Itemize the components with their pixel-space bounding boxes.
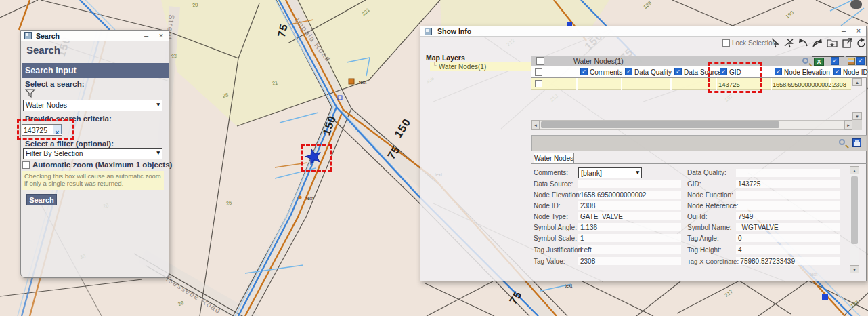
record-action-bar (531, 135, 867, 151)
table-scroll-left[interactable]: ◂ (531, 120, 540, 130)
form-label: Tag Angle: (687, 235, 719, 242)
cell-node-id: 2308 (832, 81, 846, 88)
parcel-number: 25 (222, 92, 229, 98)
column-checkbox-data-quality[interactable]: ✓ (625, 68, 632, 75)
form-label: Tag X Coordinate: (687, 258, 739, 265)
parcel-number: 21 (272, 79, 278, 86)
form-value: -75980.527233439 (738, 258, 795, 265)
comments-dropdown[interactable]: [blank] ▾ (578, 167, 642, 178)
filter-label: Select a filter (optional): (25, 140, 114, 148)
form-scroll-up[interactable]: ▴ (850, 166, 859, 174)
export-toggle-checkbox[interactable]: ✓ (831, 57, 839, 65)
form-label: Node Reference: (687, 202, 739, 210)
select-all-rows-checkbox[interactable] (535, 68, 542, 76)
export-excel-icon[interactable]: X (814, 58, 824, 66)
table-scroll-right[interactable]: ▸ (844, 120, 852, 130)
form-label: Symbol Scale: (534, 235, 577, 242)
filter-funnel-icon (25, 89, 36, 98)
row-select-checkbox[interactable] (535, 80, 542, 87)
window-icon (24, 32, 32, 39)
search-dialog-titlebar[interactable]: Search – × (21, 31, 169, 41)
hscroll-thumb[interactable] (541, 121, 779, 128)
vscroll-thumb[interactable] (851, 176, 858, 244)
table-hscrollbar[interactable] (531, 120, 852, 130)
refresh-icon[interactable] (856, 37, 867, 49)
form-value: 2308 (580, 258, 595, 265)
form-value: 2308 (580, 202, 595, 210)
form-value: 1658.6950000000002 (580, 191, 646, 199)
table-title: Water Nodes(1) (573, 57, 624, 65)
tree-branch-icon: └ (433, 62, 437, 68)
select-all-layer-checkbox[interactable] (536, 57, 544, 65)
form-label: Node Function: (687, 191, 733, 199)
map-layers-title: Map Layers (426, 54, 465, 62)
attributes-toggle-checkbox[interactable]: ✓ (856, 57, 865, 65)
autozoom-checkbox[interactable] (22, 161, 30, 169)
map-layers-item[interactable]: └ Water Nodes(1) (430, 62, 531, 71)
form-value: _WGTVALVE (738, 224, 779, 231)
form-value: 1 (580, 235, 584, 242)
search-input-section-header: Search input (22, 63, 169, 78)
save-icon[interactable] (852, 138, 861, 147)
minimize-button[interactable]: – (839, 26, 848, 35)
form-vscrollbar[interactable] (850, 166, 859, 273)
add-to-favorites-folder-icon[interactable] (827, 37, 838, 49)
tab-water-nodes[interactable]: Water Nodes (534, 153, 574, 164)
form-label: Data Source: (534, 180, 573, 188)
table-scroll-down[interactable]: ▾ (852, 112, 862, 120)
lock-selection-checkbox[interactable] (722, 39, 730, 47)
form-label: Symbol Angle: (534, 224, 577, 231)
form-value: 143725 (738, 180, 760, 188)
chevron-down-icon: ▾ (156, 149, 160, 156)
clear-selection-pointer-icon[interactable] (783, 37, 795, 49)
form-value: 4 (738, 246, 742, 254)
select-next-icon[interactable] (812, 37, 823, 49)
form-value: GATE_VALVE (580, 213, 623, 220)
select-previous-icon[interactable] (798, 37, 809, 49)
form-label: Tag Justification: (534, 246, 584, 254)
chevron-down-icon: ▾ (156, 101, 160, 108)
minimize-button[interactable]: – (142, 31, 151, 40)
map-scrollbar-thumb[interactable] (850, 0, 862, 9)
filter-value: Filter By Selection (26, 149, 83, 157)
column-checkbox-data-source[interactable]: ✓ (674, 68, 682, 75)
map-highlight-selected-node (301, 144, 332, 172)
search-dialog: Search – × Search Search input Select a … (20, 30, 169, 278)
search-type-select[interactable]: Water Nodes ▾ (23, 100, 162, 111)
form-label: Node ID: (534, 202, 560, 210)
show-info-dialog: Show Info – × Lock Selection Map Layers … (420, 26, 867, 281)
column-checkbox-node-id[interactable]: ✓ (833, 68, 841, 75)
form-value: 1.136 (580, 224, 597, 231)
search-type-value: Water Nodes (26, 101, 67, 109)
search-button[interactable]: Search (26, 194, 57, 205)
form-scroll-down[interactable]: ▾ (850, 265, 859, 273)
column-checkbox-comments[interactable]: ✓ (580, 68, 588, 75)
form-label: GID: (687, 180, 701, 188)
column-header: Comments (590, 68, 622, 76)
criteria-highlight (17, 119, 74, 140)
valve-node-icon (349, 79, 354, 84)
show-info-titlebar[interactable]: Show Info – × (420, 26, 866, 37)
zoom-to-feature-icon[interactable] (802, 58, 808, 64)
select-pointer-icon[interactable] (769, 37, 781, 49)
map-canvas[interactable]: Impala Road Tsessebe Road Street 75 150 … (0, 0, 868, 316)
search-heading: Search (26, 44, 60, 56)
text-annotation: text (359, 80, 366, 85)
parcel-number: 20 (192, 1, 198, 8)
form-value: Left (580, 246, 592, 254)
attribute-grid-icon[interactable] (848, 58, 855, 65)
close-button[interactable]: × (854, 26, 863, 35)
filter-select[interactable]: Filter By Selection ▾ (23, 148, 162, 159)
text-annotation: text (565, 283, 572, 288)
form-label: Node Elevation: (534, 191, 582, 199)
form-label: Tag Value: (534, 258, 565, 265)
column-header: Node Elevation (784, 68, 830, 76)
column-checkbox-node-elevation[interactable]: ✓ (775, 68, 782, 75)
show-info-window-title: Show Info (437, 27, 471, 35)
select-search-label: Select a search: (25, 80, 85, 88)
locate-record-icon[interactable] (839, 139, 845, 145)
table-scroll-up[interactable]: ▴ (852, 78, 862, 86)
chevron-down-icon: ▾ (636, 169, 639, 176)
close-button[interactable]: × (156, 31, 166, 40)
export-window-icon[interactable] (842, 37, 853, 49)
